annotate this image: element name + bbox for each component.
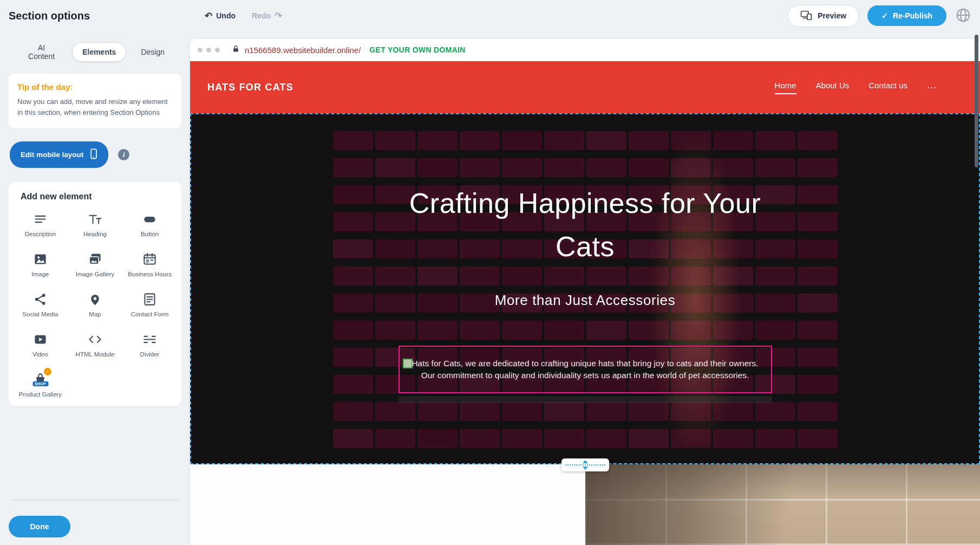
site-url[interactable]: n1566589.websitebuilder.online/: [245, 46, 361, 55]
html-module-icon: [88, 332, 102, 347]
preview-button[interactable]: Preview: [788, 5, 859, 27]
edit-mobile-label: Edit mobile layout: [21, 151, 83, 159]
drag-shadow: [398, 396, 772, 403]
contact-form-icon: [142, 291, 157, 307]
sidebar-footer: Done: [9, 500, 181, 541]
brick: [755, 429, 795, 448]
edit-mobile-layout-button[interactable]: Edit mobile layout: [10, 141, 108, 168]
upgrade-badge-icon: ↑: [44, 368, 51, 375]
nav-about-us[interactable]: About Us: [816, 81, 850, 94]
section-resize-handle[interactable]: [561, 458, 609, 471]
brick: [544, 131, 584, 150]
add-element-html-module[interactable]: HTML Module: [68, 332, 122, 359]
add-element-image[interactable]: Image: [13, 251, 68, 278]
brick: [333, 402, 373, 421]
hero-paragraph[interactable]: Hats for Cats, we are dedicated to craft…: [407, 358, 763, 382]
brick: [417, 131, 458, 150]
brick: [544, 429, 584, 448]
brick: [375, 158, 415, 177]
tab-elements[interactable]: Elements: [72, 42, 126, 62]
redo-icon: ↷: [275, 11, 282, 21]
brick: [333, 267, 373, 286]
tip-body: Now you can add, move and resize any ele…: [17, 96, 173, 118]
brick: [671, 131, 711, 150]
brick: [502, 158, 542, 177]
site-header: HATS FOR CATS Home About Us Contact us .…: [190, 61, 980, 113]
brick: [375, 131, 415, 150]
add-element-image-gallery[interactable]: Image Gallery: [68, 251, 122, 278]
selected-text-element[interactable]: Hats for Cats, we are dedicated to craft…: [398, 346, 772, 393]
resize-down-arrow-icon: [583, 466, 588, 470]
page-scrollbar[interactable]: [975, 35, 978, 167]
add-element-business-hours[interactable]: Business Hours: [122, 251, 177, 278]
next-section-photo[interactable]: [585, 464, 980, 545]
brick: [544, 402, 584, 421]
brick: [460, 158, 500, 177]
language-globe-button[interactable]: [955, 7, 971, 25]
brick: [671, 267, 711, 286]
brick: [586, 402, 626, 421]
brick: [544, 158, 584, 177]
lock-icon: [232, 45, 240, 55]
brick: [586, 267, 626, 286]
brick: [333, 348, 373, 367]
nav-more-button[interactable]: ...: [927, 80, 937, 95]
done-button[interactable]: Done: [9, 516, 70, 537]
brick: [460, 321, 500, 340]
brick: [798, 321, 838, 340]
undo-button[interactable]: ↶ Undo: [205, 11, 236, 21]
add-element-social-media[interactable]: Social Media: [13, 291, 68, 319]
hero-subheading[interactable]: More than Just Accessories: [190, 292, 980, 309]
selection-resize-handle[interactable]: [403, 359, 413, 368]
get-domain-link[interactable]: GET YOUR OWN DOMAIN: [369, 46, 465, 54]
add-element-panel: Add new element Description Heading: [9, 182, 181, 406]
hero-heading[interactable]: Crafting Happiness for Your Cats: [190, 181, 980, 268]
preview-label: Preview: [818, 11, 846, 20]
brick: [713, 429, 753, 448]
devices-icon: [800, 10, 812, 22]
next-section: [190, 464, 980, 545]
brick: [375, 321, 415, 340]
video-icon: [33, 332, 48, 347]
brick: [629, 158, 669, 177]
product-gallery-icon: ↑ SHOP: [33, 372, 48, 387]
brick: [375, 429, 415, 448]
sidebar: AI Content Elements Design Tip of the da…: [0, 31, 190, 545]
brick: [629, 321, 669, 340]
add-element-description[interactable]: Description: [13, 211, 68, 238]
add-element-divider[interactable]: Divider: [122, 332, 177, 359]
brick: [333, 429, 373, 448]
brick: [798, 131, 838, 150]
window-controls: [198, 48, 220, 53]
nav-contact-us[interactable]: Contact us: [868, 81, 907, 94]
redo-button[interactable]: Redo ↷: [252, 11, 282, 21]
brick: [502, 429, 542, 448]
brick: [629, 429, 669, 448]
add-element-heading[interactable]: Heading: [68, 211, 122, 238]
republish-button[interactable]: ✓ Re-Publish: [867, 5, 946, 26]
add-element-map[interactable]: Map: [68, 291, 122, 319]
add-element-contact-form[interactable]: Contact Form: [122, 291, 177, 319]
add-element-product-gallery[interactable]: ↑ SHOP Product Gallery: [13, 372, 68, 399]
button-icon: [142, 211, 157, 226]
topbar: Section options ↶ Undo Redo ↷ Preview ✓ …: [0, 0, 980, 31]
next-section-white-area[interactable]: [190, 464, 585, 545]
brick: [460, 429, 500, 448]
hero-section-selected[interactable]: Crafting Happiness for Your Cats More th…: [190, 113, 980, 464]
nav-home[interactable]: Home: [775, 81, 796, 94]
site-logo[interactable]: HATS FOR CATS: [207, 82, 293, 93]
brick: [671, 321, 711, 340]
sidebar-tabs: AI Content Elements Design: [9, 38, 181, 66]
tab-design[interactable]: Design: [130, 42, 175, 62]
add-element-button[interactable]: Button: [122, 211, 177, 238]
brick: [671, 402, 711, 421]
site-nav: Home About Us Contact us ...: [775, 80, 937, 95]
brick: [713, 321, 753, 340]
element-grid: Description Heading Button: [13, 211, 177, 399]
brick: [798, 429, 838, 448]
tab-ai-content[interactable]: AI Content: [15, 38, 68, 66]
add-element-video[interactable]: Video: [13, 332, 68, 359]
brick: [755, 158, 795, 177]
info-icon[interactable]: i: [118, 149, 129, 160]
brick: [502, 267, 542, 286]
